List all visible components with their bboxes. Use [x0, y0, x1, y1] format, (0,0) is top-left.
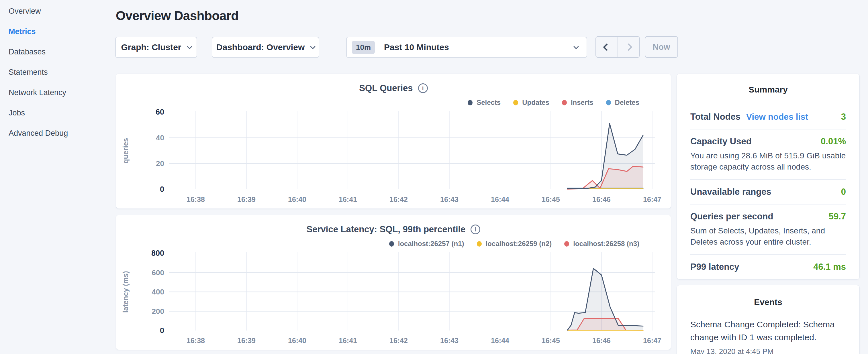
- summary-row-label: Unavailable ranges: [690, 187, 771, 197]
- x-axis-tick-label: 16:41: [339, 195, 357, 203]
- summary-row-total-nodes: Total Nodes View nodes list 3: [690, 105, 846, 129]
- time-forward-button[interactable]: [618, 37, 640, 57]
- x-axis-tick-label: 16:43: [440, 195, 459, 203]
- event-text: Schema Change Completed: Schema change w…: [690, 318, 846, 344]
- chart-title: SQL Queries: [359, 83, 413, 93]
- legend-dot-icon: [562, 100, 567, 105]
- summary-row-label: Capacity Used: [690, 136, 752, 147]
- page-title: Overview Dashboard: [116, 9, 239, 23]
- time-back-button[interactable]: [596, 37, 618, 57]
- summary-row-p99-latency: P99 latency 46.1 ms: [690, 255, 846, 279]
- legend-label: localhost:26258 (n3): [573, 240, 639, 248]
- legend-dot-icon: [389, 241, 394, 247]
- chart-legend: localhost:26257 (n1)localhost:26259 (n2)…: [389, 240, 639, 248]
- x-axis-tick-label: 16:45: [541, 336, 560, 345]
- service-latency-chart-card: 16:3816:3916:4016:4116:4216:4316:4416:45…: [116, 215, 671, 350]
- dashboard-dropdown[interactable]: Dashboard: Overview: [212, 37, 319, 58]
- summary-row-value: 0: [841, 187, 846, 197]
- summary-row-queries-per-second: Queries per second 59.7 Sum of Selects, …: [690, 204, 846, 255]
- time-range-dropdown[interactable]: 10m Past 10 Minutes: [346, 37, 587, 58]
- y-axis-tick-label: 0: [160, 326, 164, 335]
- chevron-down-icon: [310, 44, 315, 49]
- events-panel: Events Schema Change Completed: Schema c…: [677, 285, 860, 354]
- sidebar-item-databases[interactable]: Databases: [9, 47, 115, 56]
- legend-item: localhost:26258 (n3): [564, 240, 639, 248]
- time-pager: [595, 36, 640, 58]
- sidebar-item-jobs[interactable]: Jobs: [9, 108, 115, 117]
- summary-panel-title: Summary: [690, 85, 846, 95]
- legend-dot-icon: [477, 241, 482, 247]
- x-axis-tick-label: 16:47: [643, 195, 661, 203]
- summary-row-value: 0.01%: [821, 136, 846, 147]
- sql-queries-chart-canvas[interactable]: 16:3816:3916:4016:4116:4216:4316:4416:45…: [116, 74, 672, 209]
- x-axis-tick-label: 16:40: [288, 336, 306, 345]
- graph-scope-dropdown[interactable]: Graph: Cluster: [115, 37, 197, 58]
- summary-row-value: 46.1 ms: [813, 262, 846, 272]
- legend-dot-icon: [606, 100, 611, 105]
- legend-label: Updates: [522, 99, 549, 106]
- y-axis-tick-label: 60: [156, 108, 164, 116]
- x-axis-tick-label: 16:40: [288, 195, 306, 203]
- sql-queries-chart-card: 16:3816:3916:4016:4116:4216:4316:4416:45…: [116, 74, 671, 209]
- legend-label: Deletes: [615, 99, 639, 106]
- legend-dot-icon: [513, 100, 518, 105]
- chevron-down-icon: [187, 44, 192, 49]
- info-icon[interactable]: i: [418, 83, 428, 93]
- summary-row-label: P99 latency: [690, 262, 739, 272]
- event-timestamp: May 13, 2020 at 4:45 PM: [690, 347, 846, 354]
- summary-row-capacity-used: Capacity Used 0.01% You are using 28.6 M…: [690, 129, 846, 180]
- x-axis-tick-label: 16:42: [390, 336, 408, 345]
- sidebar-item-overview[interactable]: Overview: [9, 7, 115, 15]
- summary-panel: Summary Total Nodes View nodes list 3 Ca…: [677, 74, 860, 280]
- chart-title: Service Latency: SQL, 99th percentile: [307, 224, 466, 234]
- sidebar-nav: Overview Metrics Databases Statements Ne…: [0, 0, 115, 354]
- chevron-left-icon: [603, 43, 611, 51]
- time-range-label: Past 10 Minutes: [384, 42, 574, 52]
- info-icon[interactable]: i: [470, 225, 480, 234]
- sidebar-item-statements[interactable]: Statements: [9, 68, 115, 76]
- summary-row-label: Queries per second: [690, 212, 773, 222]
- y-axis-tick-label: 0: [160, 185, 164, 194]
- x-axis-tick-label: 16:39: [237, 336, 256, 345]
- x-axis-tick-label: 16:46: [592, 195, 611, 203]
- x-axis-tick-label: 16:47: [643, 336, 661, 345]
- x-axis-tick-label: 16:38: [187, 336, 205, 345]
- toolbar-divider: [333, 37, 333, 58]
- summary-row-unavailable-ranges: Unavailable ranges 0: [690, 180, 846, 204]
- legend-label: Selects: [476, 99, 501, 106]
- y-axis-tick-label: 20: [156, 159, 164, 168]
- sidebar-item-metrics[interactable]: Metrics: [9, 27, 115, 35]
- x-axis-tick-label: 16:46: [592, 336, 611, 345]
- sidebar-item-advanced-debug[interactable]: Advanced Debug: [9, 129, 115, 137]
- legend-item: localhost:26259 (n2): [477, 240, 552, 248]
- chart-legend: SelectsUpdatesInsertsDeletes: [468, 99, 639, 106]
- x-axis-tick-label: 16:38: [187, 195, 205, 203]
- legend-label: localhost:26259 (n2): [486, 240, 552, 248]
- y-axis-title: latency (ms): [122, 271, 129, 313]
- service-latency-chart-canvas[interactable]: 16:3816:3916:4016:4116:4216:4316:4416:45…: [116, 215, 672, 350]
- view-nodes-list-link[interactable]: View nodes list: [746, 112, 808, 122]
- y-axis-tick-label: 600: [152, 268, 164, 277]
- x-axis-tick-label: 16:44: [491, 195, 509, 203]
- x-axis-tick-label: 16:41: [339, 336, 357, 345]
- y-axis-tick-label: 800: [151, 249, 164, 257]
- x-axis-tick-label: 16:43: [440, 336, 459, 345]
- time-range-badge: 10m: [352, 41, 375, 54]
- summary-row-subtext: You are using 28.6 MiB of 515.9 GiB usab…: [690, 150, 846, 172]
- app-root: Overview Metrics Databases Statements Ne…: [0, 0, 868, 354]
- legend-dot-icon: [564, 241, 569, 247]
- legend-item: Inserts: [562, 99, 593, 106]
- legend-item: Selects: [468, 99, 501, 106]
- legend-item: localhost:26257 (n1): [389, 240, 464, 248]
- summary-row-subtext: Sum of Selects, Updates, Inserts, and De…: [690, 225, 846, 248]
- legend-item: Updates: [513, 99, 549, 106]
- y-axis-tick-label: 400: [152, 288, 164, 296]
- sidebar-item-network-latency[interactable]: Network Latency: [9, 88, 115, 96]
- now-button[interactable]: Now: [645, 36, 678, 58]
- events-panel-title: Events: [690, 297, 846, 307]
- summary-row-value: 59.7: [829, 212, 846, 222]
- event-list-item[interactable]: Schema Change Completed: Schema change w…: [690, 318, 846, 354]
- dashboard-dropdown-label: Dashboard: Overview: [216, 42, 305, 52]
- summary-row-label: Total Nodes: [690, 112, 741, 122]
- x-axis-tick-label: 16:39: [237, 195, 256, 203]
